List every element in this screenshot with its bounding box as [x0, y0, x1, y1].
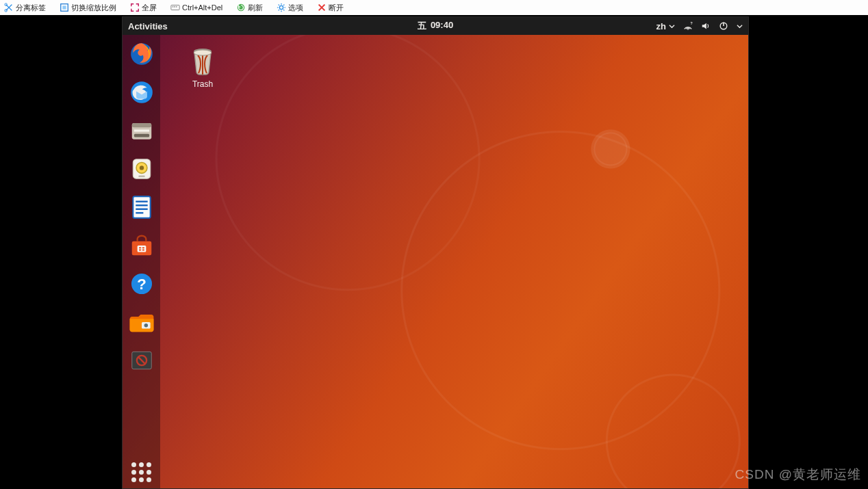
svg-text:?: ? [691, 21, 693, 25]
refresh-icon [236, 3, 246, 12]
activities-button[interactable]: Activities [128, 21, 168, 31]
svg-point-38 [144, 323, 148, 328]
svg-point-21 [139, 166, 143, 170]
tb-label: 全屏 [142, 3, 157, 13]
svg-rect-30 [137, 246, 146, 252]
svg-rect-32 [142, 247, 144, 248]
svg-point-9 [280, 5, 283, 9]
svg-rect-31 [139, 247, 141, 248]
dock-thunderbird[interactable] [128, 79, 155, 106]
dock-software[interactable] [128, 232, 155, 259]
svg-rect-16 [131, 123, 151, 127]
desktop-trash[interactable]: Trash [179, 44, 227, 89]
tb-options[interactable]: 选项 [277, 3, 303, 13]
svg-rect-34 [142, 250, 144, 251]
svg-rect-27 [136, 209, 147, 210]
tb-label: 选项 [288, 3, 303, 13]
power-icon[interactable] [719, 21, 728, 31]
chevron-down-icon [669, 23, 675, 29]
close-icon [317, 3, 327, 12]
fullscreen-icon [130, 3, 140, 12]
tb-toggle-scale[interactable]: 切换缩放比例 [60, 3, 116, 13]
show-applications-button[interactable] [129, 460, 154, 484]
input-method-indicator[interactable]: zh [656, 21, 675, 31]
dock-rhythmbox[interactable] [128, 155, 155, 183]
tb-detach-tab[interactable]: 分离标签 [4, 3, 46, 13]
keyboard-icon [170, 3, 180, 12]
remote-viewer: Activities 五 09:40 zh ? [0, 15, 868, 489]
svg-rect-33 [139, 250, 141, 251]
dock-firefox[interactable] [128, 40, 155, 68]
tb-cad[interactable]: Ctrl+Alt+Del [170, 3, 222, 12]
dock-files[interactable] [128, 117, 155, 144]
dock: ? [123, 35, 160, 488]
tb-label: 分离标签 [16, 3, 46, 13]
svg-rect-6 [174, 6, 175, 7]
svg-rect-28 [136, 212, 143, 213]
svg-point-42 [194, 50, 212, 55]
dock-help[interactable]: ? [128, 270, 155, 298]
svg-rect-23 [133, 196, 150, 218]
tb-fullscreen[interactable]: 全屏 [130, 3, 157, 13]
chevron-down-icon [737, 23, 743, 29]
svg-rect-3 [62, 5, 66, 9]
volume-icon[interactable] [701, 21, 711, 31]
svg-rect-5 [173, 6, 174, 7]
scissors-icon [4, 3, 14, 12]
tb-label: 刷新 [248, 3, 263, 13]
desktop-trash-label: Trash [179, 79, 227, 89]
clock-time: 09:40 [431, 20, 453, 32]
dock-folder-screenshot[interactable] [128, 308, 155, 336]
clock[interactable]: 五 09:40 [418, 20, 453, 32]
host-toolbar: 分离标签 切换缩放比例 全屏 Ctrl+Alt+Del 刷新 选项 断开 [0, 0, 868, 15]
tb-label: 切换缩放比例 [71, 3, 116, 13]
svg-rect-17 [133, 129, 149, 131]
svg-text:?: ? [137, 276, 146, 293]
dock-disabled-app[interactable] [128, 347, 155, 374]
guest-screen: Activities 五 09:40 zh ? [122, 16, 749, 489]
svg-rect-26 [136, 204, 147, 206]
clock-day: 五 [418, 20, 426, 32]
gear-icon [277, 3, 286, 12]
trash-icon [186, 44, 219, 77]
svg-rect-18 [133, 134, 149, 137]
tb-label: 断开 [329, 3, 344, 13]
scale-icon [60, 3, 69, 12]
svg-rect-7 [176, 6, 177, 7]
watermark: CSDN @黄老师运维 [735, 466, 861, 484]
dock-writer[interactable] [128, 194, 155, 221]
tb-refresh[interactable]: 刷新 [236, 3, 263, 13]
network-icon[interactable]: ? [683, 21, 693, 31]
svg-rect-22 [138, 176, 145, 177]
tb-label: Ctrl+Alt+Del [182, 3, 222, 12]
svg-rect-4 [171, 5, 179, 10]
svg-rect-25 [136, 201, 147, 202]
gnome-topbar: Activities 五 09:40 zh ? [123, 17, 748, 35]
svg-point-10 [687, 29, 689, 30]
tb-disconnect[interactable]: 断开 [317, 3, 344, 13]
